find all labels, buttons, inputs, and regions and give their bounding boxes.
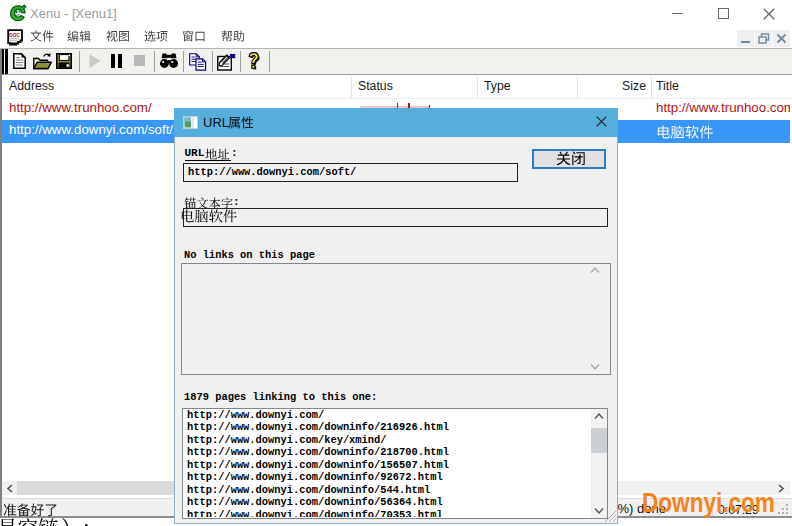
svg-text:DOC: DOC: [9, 31, 20, 38]
